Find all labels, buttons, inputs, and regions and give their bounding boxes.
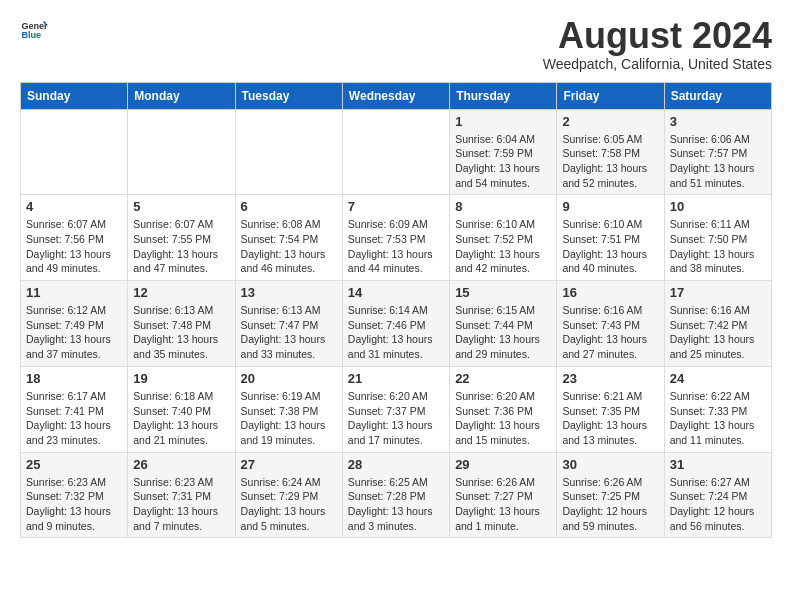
calendar-cell: 28Sunrise: 6:25 AM Sunset: 7:28 PM Dayli… — [342, 452, 449, 538]
day-number: 10 — [670, 199, 766, 214]
day-number: 2 — [562, 114, 658, 129]
day-info: Sunrise: 6:22 AM Sunset: 7:33 PM Dayligh… — [670, 389, 766, 448]
day-info: Sunrise: 6:21 AM Sunset: 7:35 PM Dayligh… — [562, 389, 658, 448]
day-info: Sunrise: 6:26 AM Sunset: 7:27 PM Dayligh… — [455, 475, 551, 534]
calendar-cell — [128, 109, 235, 195]
day-info: Sunrise: 6:23 AM Sunset: 7:31 PM Dayligh… — [133, 475, 229, 534]
calendar-cell: 16Sunrise: 6:16 AM Sunset: 7:43 PM Dayli… — [557, 281, 664, 367]
day-info: Sunrise: 6:25 AM Sunset: 7:28 PM Dayligh… — [348, 475, 444, 534]
day-number: 3 — [670, 114, 766, 129]
day-number: 8 — [455, 199, 551, 214]
calendar-cell: 5Sunrise: 6:07 AM Sunset: 7:55 PM Daylig… — [128, 195, 235, 281]
calendar-week-4: 18Sunrise: 6:17 AM Sunset: 7:41 PM Dayli… — [21, 366, 772, 452]
calendar-cell: 31Sunrise: 6:27 AM Sunset: 7:24 PM Dayli… — [664, 452, 771, 538]
day-info: Sunrise: 6:26 AM Sunset: 7:25 PM Dayligh… — [562, 475, 658, 534]
calendar-cell: 26Sunrise: 6:23 AM Sunset: 7:31 PM Dayli… — [128, 452, 235, 538]
calendar-cell: 12Sunrise: 6:13 AM Sunset: 7:48 PM Dayli… — [128, 281, 235, 367]
day-number: 29 — [455, 457, 551, 472]
day-number: 1 — [455, 114, 551, 129]
calendar-cell: 11Sunrise: 6:12 AM Sunset: 7:49 PM Dayli… — [21, 281, 128, 367]
day-info: Sunrise: 6:10 AM Sunset: 7:52 PM Dayligh… — [455, 217, 551, 276]
day-info: Sunrise: 6:23 AM Sunset: 7:32 PM Dayligh… — [26, 475, 122, 534]
header-sunday: Sunday — [21, 82, 128, 109]
day-number: 7 — [348, 199, 444, 214]
day-number: 5 — [133, 199, 229, 214]
day-number: 15 — [455, 285, 551, 300]
header-wednesday: Wednesday — [342, 82, 449, 109]
header-thursday: Thursday — [450, 82, 557, 109]
day-info: Sunrise: 6:17 AM Sunset: 7:41 PM Dayligh… — [26, 389, 122, 448]
calendar-cell: 10Sunrise: 6:11 AM Sunset: 7:50 PM Dayli… — [664, 195, 771, 281]
day-info: Sunrise: 6:14 AM Sunset: 7:46 PM Dayligh… — [348, 303, 444, 362]
day-info: Sunrise: 6:16 AM Sunset: 7:42 PM Dayligh… — [670, 303, 766, 362]
day-number: 9 — [562, 199, 658, 214]
calendar-cell: 15Sunrise: 6:15 AM Sunset: 7:44 PM Dayli… — [450, 281, 557, 367]
title-section: August 2024 Weedpatch, California, Unite… — [543, 16, 772, 72]
header-tuesday: Tuesday — [235, 82, 342, 109]
weekday-row: Sunday Monday Tuesday Wednesday Thursday… — [21, 82, 772, 109]
calendar-title: August 2024 — [543, 16, 772, 56]
day-info: Sunrise: 6:07 AM Sunset: 7:56 PM Dayligh… — [26, 217, 122, 276]
calendar-cell: 22Sunrise: 6:20 AM Sunset: 7:36 PM Dayli… — [450, 366, 557, 452]
day-number: 18 — [26, 371, 122, 386]
calendar-cell: 8Sunrise: 6:10 AM Sunset: 7:52 PM Daylig… — [450, 195, 557, 281]
day-number: 13 — [241, 285, 337, 300]
calendar-cell: 7Sunrise: 6:09 AM Sunset: 7:53 PM Daylig… — [342, 195, 449, 281]
day-info: Sunrise: 6:09 AM Sunset: 7:53 PM Dayligh… — [348, 217, 444, 276]
calendar-header: Sunday Monday Tuesday Wednesday Thursday… — [21, 82, 772, 109]
calendar-cell: 14Sunrise: 6:14 AM Sunset: 7:46 PM Dayli… — [342, 281, 449, 367]
day-info: Sunrise: 6:15 AM Sunset: 7:44 PM Dayligh… — [455, 303, 551, 362]
day-number: 25 — [26, 457, 122, 472]
day-info: Sunrise: 6:12 AM Sunset: 7:49 PM Dayligh… — [26, 303, 122, 362]
calendar-cell: 19Sunrise: 6:18 AM Sunset: 7:40 PM Dayli… — [128, 366, 235, 452]
svg-text:Blue: Blue — [21, 30, 41, 40]
calendar-cell: 29Sunrise: 6:26 AM Sunset: 7:27 PM Dayli… — [450, 452, 557, 538]
calendar-cell — [21, 109, 128, 195]
day-info: Sunrise: 6:20 AM Sunset: 7:37 PM Dayligh… — [348, 389, 444, 448]
day-number: 26 — [133, 457, 229, 472]
day-info: Sunrise: 6:13 AM Sunset: 7:48 PM Dayligh… — [133, 303, 229, 362]
calendar-cell: 30Sunrise: 6:26 AM Sunset: 7:25 PM Dayli… — [557, 452, 664, 538]
day-info: Sunrise: 6:27 AM Sunset: 7:24 PM Dayligh… — [670, 475, 766, 534]
day-info: Sunrise: 6:13 AM Sunset: 7:47 PM Dayligh… — [241, 303, 337, 362]
calendar-week-5: 25Sunrise: 6:23 AM Sunset: 7:32 PM Dayli… — [21, 452, 772, 538]
calendar-cell: 13Sunrise: 6:13 AM Sunset: 7:47 PM Dayli… — [235, 281, 342, 367]
day-number: 19 — [133, 371, 229, 386]
header-monday: Monday — [128, 82, 235, 109]
day-info: Sunrise: 6:04 AM Sunset: 7:59 PM Dayligh… — [455, 132, 551, 191]
page-header: General Blue August 2024 Weedpatch, Cali… — [20, 16, 772, 72]
logo: General Blue — [20, 16, 48, 44]
day-number: 30 — [562, 457, 658, 472]
day-number: 12 — [133, 285, 229, 300]
day-number: 4 — [26, 199, 122, 214]
calendar-cell: 6Sunrise: 6:08 AM Sunset: 7:54 PM Daylig… — [235, 195, 342, 281]
day-info: Sunrise: 6:06 AM Sunset: 7:57 PM Dayligh… — [670, 132, 766, 191]
calendar-week-3: 11Sunrise: 6:12 AM Sunset: 7:49 PM Dayli… — [21, 281, 772, 367]
header-saturday: Saturday — [664, 82, 771, 109]
calendar-cell — [342, 109, 449, 195]
day-info: Sunrise: 6:08 AM Sunset: 7:54 PM Dayligh… — [241, 217, 337, 276]
day-number: 22 — [455, 371, 551, 386]
calendar-cell — [235, 109, 342, 195]
day-number: 28 — [348, 457, 444, 472]
day-number: 24 — [670, 371, 766, 386]
calendar-cell: 18Sunrise: 6:17 AM Sunset: 7:41 PM Dayli… — [21, 366, 128, 452]
calendar-cell: 9Sunrise: 6:10 AM Sunset: 7:51 PM Daylig… — [557, 195, 664, 281]
day-number: 11 — [26, 285, 122, 300]
calendar-cell: 21Sunrise: 6:20 AM Sunset: 7:37 PM Dayli… — [342, 366, 449, 452]
calendar-cell: 4Sunrise: 6:07 AM Sunset: 7:56 PM Daylig… — [21, 195, 128, 281]
day-info: Sunrise: 6:18 AM Sunset: 7:40 PM Dayligh… — [133, 389, 229, 448]
calendar-table: Sunday Monday Tuesday Wednesday Thursday… — [20, 82, 772, 539]
day-info: Sunrise: 6:10 AM Sunset: 7:51 PM Dayligh… — [562, 217, 658, 276]
calendar-cell: 20Sunrise: 6:19 AM Sunset: 7:38 PM Dayli… — [235, 366, 342, 452]
calendar-subtitle: Weedpatch, California, United States — [543, 56, 772, 72]
calendar-cell: 17Sunrise: 6:16 AM Sunset: 7:42 PM Dayli… — [664, 281, 771, 367]
day-number: 21 — [348, 371, 444, 386]
calendar-body: 1Sunrise: 6:04 AM Sunset: 7:59 PM Daylig… — [21, 109, 772, 538]
day-info: Sunrise: 6:05 AM Sunset: 7:58 PM Dayligh… — [562, 132, 658, 191]
calendar-cell: 2Sunrise: 6:05 AM Sunset: 7:58 PM Daylig… — [557, 109, 664, 195]
day-number: 16 — [562, 285, 658, 300]
calendar-week-2: 4Sunrise: 6:07 AM Sunset: 7:56 PM Daylig… — [21, 195, 772, 281]
header-friday: Friday — [557, 82, 664, 109]
day-number: 14 — [348, 285, 444, 300]
